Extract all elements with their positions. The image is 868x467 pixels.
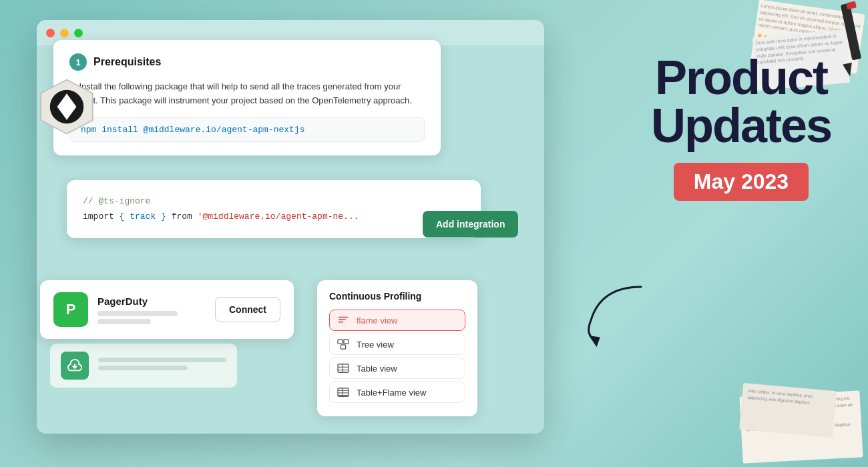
code-import: import (83, 211, 120, 221)
prereq-title: Prerequisites (93, 56, 161, 68)
step-badge: 1 (69, 53, 87, 71)
svg-rect-12 (341, 345, 345, 349)
si-line-main (98, 358, 226, 362)
product-title-line1: Product (651, 53, 831, 101)
add-integration-button[interactable]: Add integration (423, 211, 518, 238)
table-flame-view-icon (337, 387, 349, 398)
pagerduty-icon: P (53, 292, 88, 327)
npm-command-block[interactable]: npm install @middleware.io/agent-apm-nex… (69, 117, 425, 142)
arrow-svg (581, 280, 661, 347)
flame-icon (337, 315, 350, 326)
svg-marker-22 (589, 332, 603, 347)
import-card: // @ts-ignore import { track } from '@mi… (67, 180, 481, 238)
hex-logo (37, 77, 97, 139)
code-from: from (172, 211, 198, 221)
pd-line-2 (97, 319, 151, 324)
code-track: { track } (120, 211, 166, 221)
prereq-text: Install the following package that will … (69, 81, 412, 105)
profiling-title: Continuous Profiling (329, 291, 465, 302)
date-badge: May 2023 (674, 163, 809, 201)
svg-rect-11 (344, 340, 349, 344)
code-line-2: import { track } from '@middleware.io/ag… (83, 209, 465, 224)
download-icon (67, 358, 82, 373)
flame-view-option[interactable]: flame view (329, 310, 465, 331)
svg-rect-10 (338, 340, 343, 344)
pd-line-1 (97, 311, 178, 316)
product-title-line2: Updates (651, 101, 831, 149)
pd-info: PagerDuty (97, 296, 206, 324)
pd-row: P PagerDuty Connect (53, 292, 280, 327)
si-lines (98, 358, 226, 374)
pd-name: PagerDuty (97, 296, 206, 307)
tree-view-icon (337, 339, 349, 350)
code-comment: // @ts-ignore (83, 196, 150, 206)
table-view-icon (337, 363, 349, 374)
table-icon (337, 363, 350, 374)
table-view-option[interactable]: Table view (329, 358, 465, 379)
prerequisites-card: 1 Prerequisites 1. Install the following… (53, 40, 441, 155)
maximize-button[interactable] (74, 29, 83, 37)
flame-view-icon (337, 315, 349, 326)
product-updates-section: Product Updates May 2023 (651, 53, 831, 201)
prereq-body: 1. Install the following package that wi… (69, 80, 425, 108)
product-updates-title: Product Updates (651, 53, 831, 149)
svg-marker-1 (843, 63, 855, 77)
pd-lines (97, 311, 206, 324)
table-view-label: Table view (357, 364, 397, 374)
middleware-logo-icon (37, 77, 97, 137)
tree-icon (337, 339, 350, 350)
npm-command-text: npm install @middleware.io/agent-apm-nex… (81, 125, 304, 135)
prereq-header: 1 Prerequisites (69, 53, 425, 71)
minimize-button[interactable] (60, 29, 69, 37)
pagerduty-card: P PagerDuty Connect (40, 280, 294, 339)
table-flame-view-label: Table+Flame view (357, 388, 426, 398)
deco-br-paper-2: retur adipis. et urna dapibus, eros adip… (739, 383, 837, 438)
code-line-1: // @ts-ignore (83, 193, 465, 209)
profiling-card: Continuous Profiling flame view Tree vie… (317, 280, 477, 416)
table-flame-icon (337, 387, 350, 398)
svg-rect-2 (846, 1, 857, 10)
svg-rect-13 (338, 364, 349, 372)
code-string: '@middleware.io/agent-apm-ne... (198, 211, 359, 221)
second-integration-card[interactable] (50, 344, 237, 388)
connect-button[interactable]: Connect (215, 297, 280, 322)
deco-bottom-right: Lorem ipsum dolor sit amet, consectetur … (721, 347, 868, 467)
tree-view-option[interactable]: Tree view (329, 334, 465, 355)
table-flame-view-option[interactable]: Table+Flame view (329, 382, 465, 403)
flame-view-label: flame view (357, 316, 397, 326)
si-line-sub (98, 366, 188, 370)
svg-rect-0 (841, 3, 861, 61)
close-button[interactable] (46, 29, 55, 37)
second-integration-icon (61, 352, 89, 380)
pen-icon (835, 0, 868, 87)
tree-view-label: Tree view (357, 340, 394, 350)
